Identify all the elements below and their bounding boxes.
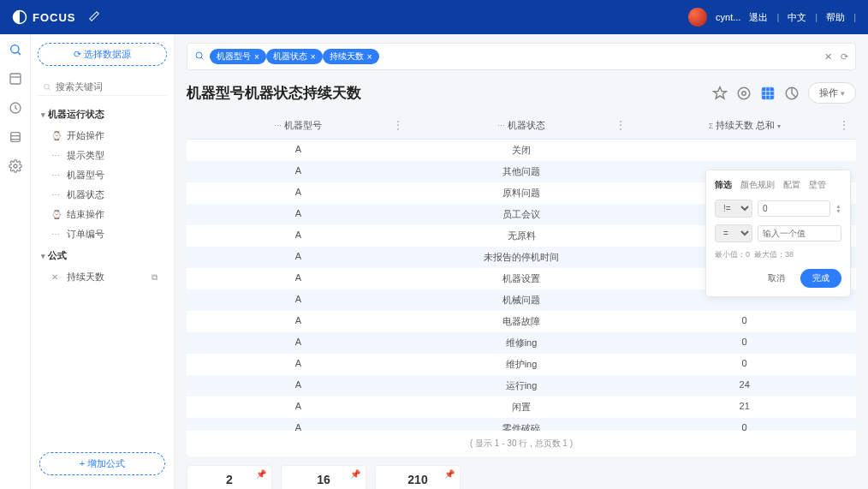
table-cell: 机器设置 bbox=[410, 268, 633, 289]
col-label: 机器型号 bbox=[284, 120, 322, 130]
minmax-text: 最小值：0 最大值：38 bbox=[715, 249, 841, 260]
stepper-icon[interactable]: ▲▼ bbox=[835, 204, 841, 214]
sidebar-item-label: 开始操作 bbox=[67, 129, 104, 142]
sidebar-item-label: 机器型号 bbox=[67, 169, 104, 182]
sidebar-item[interactable]: ⋯机器型号 bbox=[38, 165, 167, 185]
sidebar-item[interactable]: ⋯机器状态 bbox=[38, 185, 167, 205]
clear-query-icon[interactable]: ✕ bbox=[824, 51, 832, 63]
table-cell: 其他问题 bbox=[410, 161, 633, 182]
section-status[interactable]: 机器运行状态 bbox=[38, 103, 167, 126]
query-chip[interactable]: 机器型号 × bbox=[210, 49, 266, 64]
svg-line-2 bbox=[17, 52, 20, 55]
formula-item[interactable]: ✕持续天数 ⧉ bbox=[38, 267, 167, 287]
table-row[interactable]: A闲置21 bbox=[187, 397, 856, 418]
pin-icon[interactable] bbox=[712, 86, 728, 101]
table-view-icon[interactable] bbox=[760, 86, 776, 101]
sidebar-search-input[interactable] bbox=[56, 81, 162, 92]
chip-remove-icon[interactable]: × bbox=[311, 52, 316, 62]
query-chip[interactable]: 持续天数 × bbox=[323, 49, 379, 64]
search-icon[interactable] bbox=[9, 43, 22, 57]
add-formula-button[interactable]: 增加公式 bbox=[39, 452, 165, 475]
table-row[interactable]: A零件破碎0 bbox=[187, 418, 856, 431]
lang-link[interactable]: 中文 bbox=[788, 11, 806, 24]
table-cell: 0 bbox=[633, 418, 856, 431]
avatar[interactable] bbox=[688, 8, 707, 27]
card-pin-icon[interactable]: 📌 bbox=[350, 469, 360, 479]
query-bar: 机器型号 ×机器状态 ×持续天数 × ✕ ⟳ bbox=[187, 43, 856, 70]
chip-remove-icon[interactable]: × bbox=[367, 52, 372, 62]
chip-remove-icon[interactable]: × bbox=[254, 52, 259, 62]
section-formula[interactable]: 公式 bbox=[38, 244, 167, 267]
sidebar-item[interactable]: ⌚开始操作 bbox=[38, 126, 167, 146]
formula-item-label: 持续天数 bbox=[67, 271, 104, 283]
table-cell: 21 bbox=[633, 397, 856, 418]
ok-button[interactable]: 完成 bbox=[800, 269, 841, 288]
sidebar-search[interactable] bbox=[38, 78, 167, 96]
filter-val2[interactable] bbox=[758, 225, 841, 242]
filter-val1[interactable] bbox=[758, 200, 830, 217]
sidebar-item[interactable]: ⋯订单编号 bbox=[38, 224, 167, 244]
formula-icon: ✕ bbox=[51, 272, 62, 282]
sidebar-item-label: 机器状态 bbox=[67, 188, 104, 201]
table-row[interactable]: A维护ing0 bbox=[187, 354, 856, 375]
table-cell: 电器故障 bbox=[410, 311, 633, 332]
svg-line-13 bbox=[201, 57, 204, 60]
summary-card: 📌210持续天数 bbox=[375, 465, 461, 489]
gear-icon[interactable] bbox=[736, 86, 752, 101]
table-cell: 无原料 bbox=[410, 225, 633, 247]
logo-icon bbox=[12, 9, 27, 25]
col-menu-icon[interactable]: ⋮ bbox=[839, 119, 849, 131]
svg-rect-6 bbox=[10, 133, 20, 142]
summary-card: 📌16机器状态 bbox=[281, 465, 366, 489]
table-cell: A bbox=[187, 268, 410, 289]
operations-button[interactable]: 操作 bbox=[808, 82, 856, 104]
help-link[interactable]: 帮助 bbox=[826, 11, 845, 24]
history-icon[interactable] bbox=[9, 101, 22, 115]
username[interactable]: cynt... bbox=[716, 12, 740, 22]
svg-point-15 bbox=[739, 87, 751, 99]
cancel-button[interactable]: 取消 bbox=[759, 269, 794, 288]
filter-tab-filter[interactable]: 筛选 bbox=[715, 179, 732, 191]
field-icon: ⋯ bbox=[51, 170, 62, 180]
table-cell: A bbox=[187, 418, 410, 431]
logout-link[interactable]: 退出 bbox=[749, 11, 768, 24]
field-icon: ⌚ bbox=[51, 131, 62, 140]
filter-tab-other[interactable]: 壁管 bbox=[809, 179, 826, 191]
table-cell: 运行ing bbox=[410, 375, 633, 397]
chart-view-icon[interactable] bbox=[784, 86, 800, 101]
filter-op1[interactable]: != bbox=[715, 200, 752, 218]
table-row[interactable]: A运行ing24 bbox=[187, 375, 856, 397]
copy-icon[interactable]: ⧉ bbox=[152, 272, 162, 283]
filter-tab-config[interactable]: 配置 bbox=[783, 179, 800, 191]
col-label: 机器状态 bbox=[508, 120, 545, 130]
field-icon: ⋯ bbox=[51, 230, 62, 239]
dashboard-icon[interactable] bbox=[9, 72, 22, 86]
filter-tab-color[interactable]: 颜色规则 bbox=[740, 179, 775, 191]
data-icon[interactable] bbox=[9, 130, 22, 144]
table-cell: 关闭 bbox=[410, 140, 633, 161]
query-search-icon bbox=[194, 51, 205, 63]
card-pin-icon[interactable]: 📌 bbox=[256, 469, 266, 479]
table-row[interactable]: A维修ing0 bbox=[187, 332, 856, 354]
select-source-button[interactable]: 选择数据源 bbox=[38, 43, 167, 66]
card-pin-icon[interactable]: 📌 bbox=[444, 469, 455, 479]
filter-op2[interactable]: = bbox=[715, 224, 752, 242]
settings-icon[interactable] bbox=[9, 159, 22, 173]
table-cell: 未报告的停机时间 bbox=[410, 247, 633, 268]
table-cell: 0 bbox=[633, 354, 856, 375]
query-chip[interactable]: 机器状态 × bbox=[266, 49, 323, 64]
sidebar-item[interactable]: ⌚结束操作 bbox=[38, 205, 167, 224]
table-row[interactable]: A关闭 bbox=[187, 140, 856, 161]
refresh-icon[interactable]: ⟳ bbox=[841, 51, 848, 63]
table-header: ⋯机器状态⋮ bbox=[410, 112, 633, 139]
search-icon bbox=[43, 82, 51, 92]
col-type-icon: ⋯ bbox=[497, 122, 505, 130]
col-menu-icon[interactable]: ⋮ bbox=[615, 119, 626, 131]
col-menu-icon[interactable]: ⋮ bbox=[393, 119, 403, 131]
table-row[interactable]: A电器故障0 bbox=[187, 311, 856, 332]
table-cell: A bbox=[187, 161, 410, 182]
sidebar-item[interactable]: ⋯提示类型 bbox=[38, 146, 167, 165]
edit-icon[interactable] bbox=[88, 10, 100, 24]
svg-point-1 bbox=[10, 45, 18, 53]
table-cell: 维护ing bbox=[410, 354, 633, 375]
